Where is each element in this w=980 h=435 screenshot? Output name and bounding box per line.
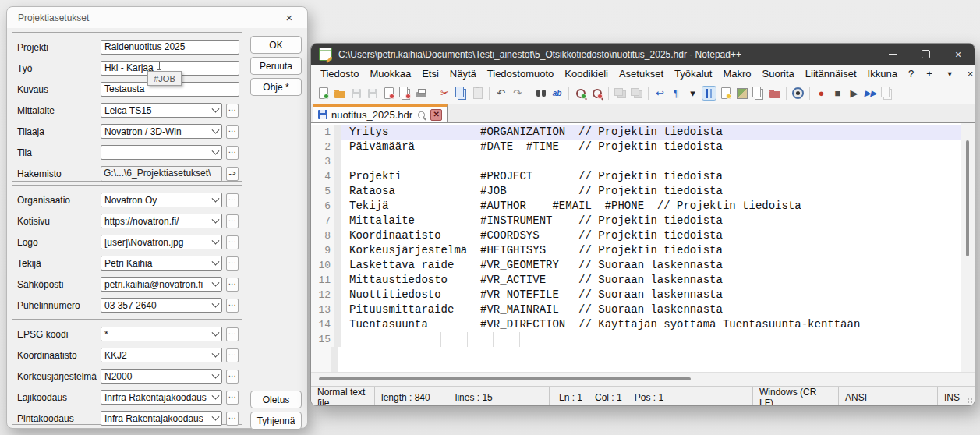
menu-asetukset[interactable]: Asetukset — [614, 66, 669, 81]
line-text[interactable]: Päivämäärä #DATE #TIME // Projektin tied… — [341, 140, 961, 154]
show-symbols-icon[interactable]: ¶ — [669, 86, 684, 101]
horizontal-scrollbar[interactable] — [311, 372, 975, 386]
mittalaite-browse-button[interactable]: ... — [226, 104, 239, 118]
tila-browse-button[interactable]: ... — [226, 146, 239, 160]
zoom-out-icon[interactable] — [589, 86, 604, 101]
sahkoposti-combo[interactable]: petri.kaihia@novatron.fi — [101, 277, 222, 292]
close-document-icon[interactable]: × — [961, 68, 975, 80]
editor-blank[interactable] — [338, 347, 961, 372]
horizontal-scrollbar-thumb[interactable] — [319, 377, 691, 380]
window-titlebar[interactable]: C:\Users\petri.kaihia\Documents\Testi_ai… — [311, 44, 975, 65]
pin-tab-icon[interactable] — [416, 110, 426, 120]
menu-muokkaa[interactable]: Muokkaa — [364, 66, 416, 81]
zoom-in-icon[interactable] — [573, 86, 588, 101]
eol-format-label[interactable]: Windows (CR LF) — [759, 387, 832, 406]
redo-icon[interactable]: ↷ — [510, 86, 525, 101]
find-icon[interactable] — [533, 86, 548, 101]
line-text[interactable] — [341, 154, 961, 169]
kotisivu-browse-button[interactable]: ... — [226, 214, 239, 228]
vertical-scrollbar[interactable] — [961, 123, 975, 372]
line-text[interactable]: Tekijä #AUTHOR #EMAIL #PHONE // Projekti… — [341, 199, 961, 214]
macro-stop-icon[interactable]: ■ — [830, 86, 845, 101]
dialog-close-icon[interactable]: × — [279, 10, 299, 26]
projekti-input[interactable]: Raidenuotitus 2025 — [101, 40, 239, 55]
koordinaatisto-combo[interactable]: KKJ2 — [101, 348, 222, 362]
line-text[interactable] — [341, 332, 961, 347]
menu-tykalut[interactable]: Työkalut — [669, 66, 717, 81]
line-text[interactable]: Mittalaite #INSTRUMENT // Projektin tied… — [341, 214, 961, 228]
new-tab-icon[interactable]: + — [919, 68, 939, 80]
editor-empty-area[interactable] — [311, 347, 961, 372]
puhelinnumero-combo[interactable]: 03 357 2640 — [101, 298, 222, 313]
insert-mode-label[interactable]: INS — [944, 392, 960, 403]
macro-record-icon[interactable]: ● — [814, 86, 829, 101]
lajikoodaus-combo[interactable]: Inrfra Rakentajakoodaus — [101, 390, 222, 405]
vertical-scrollbar-thumb[interactable] — [966, 140, 969, 256]
line-text[interactable]: Korkeusjärjestelmä #HEIGHTSYS // Projekt… — [341, 243, 961, 258]
line-text[interactable]: Nuottitiedosto #VR_NOTEFILE // Suoraan l… — [341, 288, 961, 302]
pintakoodaus-browse-button[interactable]: ... — [226, 412, 239, 426]
menu-makro[interactable]: Makro — [717, 66, 756, 81]
lajikoodaus-browse-button[interactable]: ... — [226, 391, 239, 405]
new-file-icon[interactable] — [316, 86, 331, 101]
menu-tiedostomuoto[interactable]: Tiedostomuoto — [482, 66, 560, 81]
document-list-icon[interactable] — [751, 86, 766, 101]
close-tab-icon[interactable]: ✕ — [430, 109, 442, 121]
resize-grip[interactable] — [967, 398, 973, 404]
folder-workspace-icon[interactable] — [767, 86, 782, 101]
tilaaja-combo[interactable]: Novatron / 3D-Win — [101, 124, 222, 139]
epsg-koodi-browse-button[interactable]: ... — [226, 327, 239, 341]
print-icon[interactable] — [414, 86, 429, 101]
function-list-icon[interactable] — [718, 86, 733, 101]
tekija-browse-button[interactable]: ... — [226, 256, 239, 271]
dialog-titlebar[interactable]: Projektiasetukset × — [7, 7, 307, 28]
undo-icon[interactable]: ↶ — [494, 86, 508, 101]
menu-koodikieli[interactable]: Koodikieli — [559, 66, 614, 81]
document-map-icon[interactable] — [734, 86, 749, 101]
paste-icon[interactable] — [470, 86, 485, 101]
logo-browse-button[interactable]: ... — [226, 235, 239, 249]
menu-suorita[interactable]: Suorita — [757, 66, 800, 81]
mittalaite-combo[interactable]: Leica TS15 — [101, 103, 222, 118]
menu-liitnniset[interactable]: Liitännäiset — [800, 66, 862, 81]
clear-button[interactable]: Tyhjennä — [250, 412, 302, 430]
tab-nuotitus-2025[interactable]: nuotitus_2025.hdr ✕ — [313, 104, 448, 122]
tekija-combo[interactable]: Petri Kaihia — [101, 256, 222, 271]
default-button[interactable]: Oletus — [250, 391, 302, 408]
macro-run-multiple-icon[interactable]: ▶▶ — [863, 86, 878, 101]
save-all-icon[interactable] — [365, 86, 380, 101]
help-button[interactable]: Ohje * — [250, 78, 302, 96]
close-all-icon[interactable] — [398, 86, 412, 101]
sync-vertical-icon[interactable] — [613, 86, 628, 101]
copy-icon[interactable] — [454, 86, 469, 101]
korkeusjarjestelma-combo[interactable]: N2000 — [101, 369, 222, 384]
monitoring-icon[interactable] — [791, 86, 805, 101]
sync-horizontal-icon[interactable] — [629, 86, 644, 101]
hakemisto-open-button[interactable]: -> — [226, 167, 239, 181]
pintakoodaus-combo[interactable]: Infra Rakentajakoodaus — [101, 411, 222, 426]
line-text[interactable]: Rataosa #JOB // Projektin tiedoista — [341, 184, 961, 199]
close-file-icon[interactable] — [381, 86, 396, 101]
toolbar-dropdown-icon[interactable]: ▾ — [685, 86, 700, 101]
tila-combo[interactable] — [101, 145, 222, 160]
line-text[interactable]: Mittaustiedosto #VR_ACTIVE // Suoraan la… — [341, 273, 961, 288]
editor[interactable]: 1Yritys #ORGANIZATION // Projektin tiedo… — [311, 122, 975, 372]
macro-save-icon[interactable] — [879, 86, 894, 101]
minimize-button[interactable] — [876, 44, 909, 65]
organisaatio-browse-button[interactable]: ... — [226, 193, 239, 207]
menu-tiedosto[interactable]: Tiedosto — [315, 66, 364, 81]
maximize-button[interactable] — [909, 44, 942, 65]
organisaatio-combo[interactable]: Novatron Oy — [101, 193, 222, 207]
replace-icon[interactable]: ab — [550, 86, 564, 101]
koordinaatisto-browse-button[interactable]: ... — [226, 348, 239, 362]
save-icon[interactable] — [348, 86, 363, 101]
line-text[interactable]: Tuentasuunta #VR_DIRECTION // Käyttäjän … — [341, 317, 961, 332]
ok-button[interactable]: OK — [250, 36, 302, 54]
menu-?[interactable]: ? — [903, 66, 919, 81]
line-text[interactable]: Koordinaatisto #COORDSYS // Projektin ti… — [341, 228, 961, 243]
menu-nyt[interactable]: Näytä — [444, 66, 482, 81]
macro-play-icon[interactable]: ▶ — [847, 86, 861, 101]
kotisivu-combo[interactable]: https://novatron.fi/ — [101, 214, 222, 228]
puhelinnumero-browse-button[interactable]: ... — [226, 299, 239, 313]
sahkoposti-browse-button[interactable]: ... — [226, 278, 239, 292]
